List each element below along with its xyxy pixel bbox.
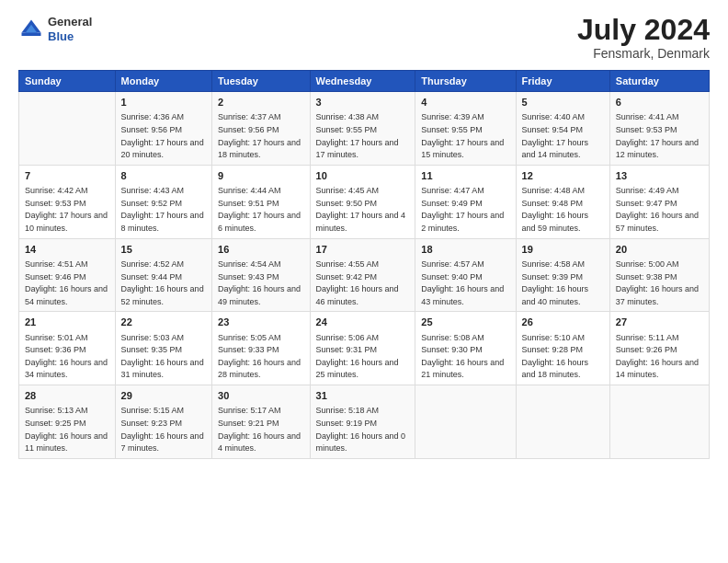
sunrise-text: Sunrise: 4:52 AM (121, 259, 185, 269)
date-number: 9 (218, 169, 304, 183)
daylight-text: Daylight: 16 hours and 59 minutes. (522, 211, 589, 233)
date-number: 16 (218, 243, 304, 257)
sunrise-text: Sunrise: 5:10 AM (522, 333, 586, 342)
sunset-text: Sunset: 9:44 PM (121, 272, 183, 282)
day-cell: 22 Sunrise: 5:03 AM Sunset: 9:35 PM Dayl… (115, 312, 211, 385)
daylight-text: Daylight: 17 hours and 8 minutes. (121, 211, 204, 233)
day-cell: 17 Sunrise: 4:55 AM Sunset: 9:42 PM Dayl… (310, 238, 415, 312)
sunrise-text: Sunrise: 5:06 AM (316, 333, 380, 342)
date-number: 25 (421, 316, 509, 329)
location: Fensmark, Denmark (577, 46, 710, 61)
sunrise-text: Sunrise: 5:01 AM (25, 333, 88, 342)
sunset-text: Sunset: 9:21 PM (218, 419, 279, 428)
sunrise-text: Sunrise: 5:17 AM (218, 406, 281, 415)
sunrise-text: Sunrise: 4:48 AM (522, 186, 586, 195)
day-cell (19, 92, 116, 166)
daylight-text: Daylight: 16 hours and 4 minutes. (218, 431, 301, 454)
date-number: 5 (522, 96, 604, 109)
title-block: July 2024 Fensmark, Denmark (577, 15, 710, 61)
date-number: 21 (25, 316, 109, 329)
sunrise-text: Sunrise: 4:44 AM (218, 186, 281, 195)
sunset-text: Sunset: 9:26 PM (616, 345, 677, 354)
day-cell: 24 Sunrise: 5:06 AM Sunset: 9:31 PM Dayl… (310, 312, 415, 385)
header-row: Sunday Monday Tuesday Wednesday Thursday… (19, 71, 710, 92)
daylight-text: Daylight: 16 hours and 37 minutes. (616, 284, 699, 306)
sunrise-text: Sunrise: 4:43 AM (121, 186, 185, 195)
date-number: 26 (522, 316, 604, 329)
day-cell: 26 Sunrise: 5:10 AM Sunset: 9:28 PM Dayl… (516, 312, 609, 385)
sunrise-text: Sunrise: 4:41 AM (616, 112, 679, 121)
sunrise-text: Sunrise: 5:05 AM (218, 333, 281, 342)
date-number: 19 (522, 243, 604, 257)
sunset-text: Sunset: 9:46 PM (25, 272, 86, 282)
day-cell: 10 Sunrise: 4:45 AM Sunset: 9:50 PM Dayl… (310, 165, 415, 238)
sunset-text: Sunset: 9:55 PM (316, 125, 378, 134)
week-row-2: 14 Sunrise: 4:51 AM Sunset: 9:46 PM Dayl… (19, 238, 710, 312)
sunset-text: Sunset: 9:53 PM (25, 199, 86, 208)
sunset-text: Sunset: 9:35 PM (121, 345, 183, 354)
date-number: 8 (121, 169, 206, 183)
date-number: 24 (316, 316, 410, 329)
sunrise-text: Sunrise: 4:39 AM (421, 112, 484, 121)
day-cell: 3 Sunrise: 4:38 AM Sunset: 9:55 PM Dayli… (310, 92, 415, 166)
daylight-text: Daylight: 17 hours and 20 minutes. (121, 138, 204, 160)
date-number: 27 (616, 316, 703, 329)
daylight-text: Daylight: 16 hours and 7 minutes. (121, 431, 204, 454)
sunrise-text: Sunrise: 5:15 AM (121, 406, 185, 415)
day-cell (415, 385, 516, 459)
daylight-text: Daylight: 16 hours and 52 minutes. (121, 284, 204, 306)
day-cell: 31 Sunrise: 5:18 AM Sunset: 9:19 PM Dayl… (310, 385, 415, 459)
sunrise-text: Sunrise: 4:54 AM (218, 259, 281, 269)
logo-text: General Blue (48, 15, 92, 43)
daylight-text: Daylight: 16 hours and 28 minutes. (218, 358, 301, 380)
daylight-text: Daylight: 16 hours and 43 minutes. (421, 284, 504, 306)
sunset-text: Sunset: 9:51 PM (218, 199, 279, 208)
day-cell: 8 Sunrise: 4:43 AM Sunset: 9:52 PM Dayli… (115, 165, 211, 238)
daylight-text: Daylight: 16 hours and 21 minutes. (421, 358, 504, 380)
date-number: 28 (25, 389, 109, 403)
daylight-text: Daylight: 16 hours and 57 minutes. (616, 211, 699, 233)
col-thursday: Thursday (415, 71, 516, 92)
day-cell: 6 Sunrise: 4:41 AM Sunset: 9:53 PM Dayli… (609, 92, 709, 166)
sunrise-text: Sunrise: 5:08 AM (421, 333, 484, 342)
daylight-text: Daylight: 16 hours and 31 minutes. (121, 358, 204, 380)
sunset-text: Sunset: 9:47 PM (616, 199, 677, 208)
day-cell: 30 Sunrise: 5:17 AM Sunset: 9:21 PM Dayl… (212, 385, 311, 459)
day-cell: 27 Sunrise: 5:11 AM Sunset: 9:26 PM Dayl… (609, 312, 709, 385)
daylight-text: Daylight: 17 hours and 12 minutes. (616, 138, 699, 160)
sunset-text: Sunset: 9:52 PM (121, 199, 183, 208)
sunrise-text: Sunrise: 4:45 AM (316, 186, 380, 195)
date-number: 22 (121, 316, 206, 329)
col-monday: Monday (115, 71, 211, 92)
date-number: 29 (121, 389, 206, 403)
col-sunday: Sunday (19, 71, 116, 92)
day-cell: 29 Sunrise: 5:15 AM Sunset: 9:23 PM Dayl… (115, 385, 211, 459)
sunset-text: Sunset: 9:30 PM (421, 345, 483, 354)
day-cell: 19 Sunrise: 4:58 AM Sunset: 9:39 PM Dayl… (516, 238, 609, 312)
day-cell: 14 Sunrise: 4:51 AM Sunset: 9:46 PM Dayl… (19, 238, 116, 312)
logo-blue: Blue (48, 29, 74, 43)
daylight-text: Daylight: 17 hours and 18 minutes. (218, 138, 301, 160)
sunrise-text: Sunrise: 4:38 AM (316, 112, 380, 121)
day-cell: 9 Sunrise: 4:44 AM Sunset: 9:51 PM Dayli… (212, 165, 311, 238)
sunrise-text: Sunrise: 5:18 AM (316, 406, 380, 415)
logo: General Blue (18, 15, 92, 43)
daylight-text: Daylight: 16 hours and 0 minutes. (316, 431, 406, 454)
sunrise-text: Sunrise: 4:49 AM (616, 186, 679, 195)
sunrise-text: Sunrise: 5:13 AM (25, 406, 88, 415)
date-number: 1 (121, 96, 206, 109)
date-number: 6 (616, 96, 703, 109)
day-cell: 15 Sunrise: 4:52 AM Sunset: 9:44 PM Dayl… (115, 238, 211, 312)
daylight-text: Daylight: 16 hours and 40 minutes. (522, 284, 589, 306)
date-number: 4 (421, 96, 509, 109)
sunrise-text: Sunrise: 4:40 AM (522, 112, 586, 121)
date-number: 20 (616, 243, 703, 257)
logo-icon (18, 17, 44, 42)
day-cell: 1 Sunrise: 4:36 AM Sunset: 9:56 PM Dayli… (115, 92, 211, 166)
daylight-text: Daylight: 17 hours and 10 minutes. (25, 211, 108, 233)
day-cell: 25 Sunrise: 5:08 AM Sunset: 9:30 PM Dayl… (415, 312, 516, 385)
day-cell (609, 385, 709, 459)
daylight-text: Daylight: 16 hours and 54 minutes. (25, 284, 108, 306)
sunset-text: Sunset: 9:48 PM (522, 199, 584, 208)
sunset-text: Sunset: 9:33 PM (218, 345, 279, 354)
